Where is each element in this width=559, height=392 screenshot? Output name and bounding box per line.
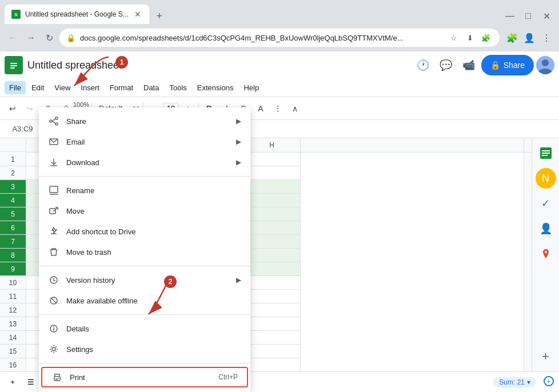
print-icon	[51, 371, 63, 383]
menu-item-settings[interactable]: Settings	[39, 339, 250, 359]
cell-12-4[interactable]	[243, 303, 301, 317]
maximize-button[interactable]: □	[520, 8, 536, 24]
scrollbar-corner	[524, 138, 532, 153]
address-bar[interactable]: 🔒 docs.google.com/spreadsheets/d/1cd6C3s…	[59, 29, 500, 47]
sidebar-add-button[interactable]: +	[536, 346, 556, 367]
sidebar-icon-sheets[interactable]	[536, 143, 556, 163]
menu-item-share[interactable]: Share ▶	[39, 111, 250, 131]
cell-15-4[interactable]	[243, 345, 301, 358]
extensions-button[interactable]: 🧩	[504, 30, 520, 46]
menu-item-rename[interactable]: Rename	[39, 180, 250, 201]
menu-extensions[interactable]: Extensions	[193, 81, 238, 94]
sheets-title[interactable]: Untitled spreadsheet	[27, 59, 408, 71]
collapse-toolbar[interactable]: ∧	[287, 101, 303, 117]
cell-9-4[interactable]	[243, 262, 301, 276]
more-formats-button[interactable]: ⋮	[270, 101, 286, 117]
sheets-header: Untitled spreadsheet 🕐 💬 📹 🔒 Share	[0, 51, 559, 79]
back-button[interactable]: ←	[5, 30, 21, 46]
svg-line-18	[52, 119, 55, 121]
menu-item-trash[interactable]: Move to trash	[39, 242, 250, 262]
history-icon[interactable]: 🕐	[413, 55, 433, 75]
profile-button[interactable]: 👤	[521, 30, 537, 46]
menu-insert[interactable]: Insert	[76, 81, 104, 94]
svg-rect-12	[542, 155, 548, 156]
rename-label: Rename	[66, 186, 241, 195]
share-icon	[48, 115, 59, 127]
cell-6-4[interactable]	[243, 221, 301, 235]
menu-data[interactable]: Data	[139, 81, 163, 94]
sheets-menu-button[interactable]: ☰	[23, 374, 39, 390]
tab-close-button[interactable]: ✕	[133, 10, 142, 19]
meet-icon[interactable]: 📹	[458, 55, 479, 75]
row-15: 15	[0, 345, 26, 358]
reload-button[interactable]: ↻	[41, 30, 57, 46]
cell-8-4[interactable]	[243, 249, 301, 262]
share-label: Share	[66, 117, 229, 126]
sum-chip[interactable]: Sum: 21 ▾	[493, 377, 536, 387]
vertical-scrollbar[interactable]	[524, 153, 532, 371]
redo-button[interactable]: ↪	[22, 101, 38, 117]
history-icon	[48, 274, 59, 286]
row-10: 10	[0, 276, 26, 290]
cell-11-4[interactable]	[243, 290, 301, 303]
add-sheet-button[interactable]: +	[5, 374, 21, 390]
more-button[interactable]: ⋮	[538, 30, 554, 46]
menu-format[interactable]: Format	[105, 81, 138, 94]
menu-item-details[interactable]: Details	[39, 318, 250, 339]
sidebar-icon-people[interactable]: 👤	[536, 218, 556, 239]
sum-label: Sum: 21	[499, 378, 525, 386]
row-5: 5	[0, 207, 26, 221]
cell-7-4[interactable]	[243, 235, 301, 249]
menu-help[interactable]: Help	[239, 81, 263, 94]
row-11: 11	[0, 290, 26, 303]
svg-text:S: S	[14, 12, 18, 17]
menu-item-print[interactable]: Print Ctrl+P	[41, 367, 248, 387]
cell-4-4[interactable]	[243, 194, 301, 207]
undo-button[interactable]: ↩	[5, 101, 21, 117]
email-icon	[48, 136, 59, 147]
new-tab-button[interactable]: +	[151, 8, 167, 24]
download-icon[interactable]: ⬇	[463, 31, 477, 45]
row-1: 1	[0, 153, 26, 166]
menu-item-offline[interactable]: Make available offline	[39, 290, 250, 311]
menu-item-email[interactable]: Email ▶	[39, 131, 250, 152]
cell-2-4[interactable]	[243, 166, 301, 180]
forward-button[interactable]: →	[23, 30, 39, 46]
explore-button[interactable]: +	[543, 375, 554, 389]
cell-13-4[interactable]	[243, 317, 301, 331]
svg-rect-35	[55, 379, 58, 380]
menu-file[interactable]: File	[5, 81, 26, 94]
row-14: 14	[0, 331, 26, 345]
sidebar-icon-tasks[interactable]: ✓	[536, 193, 556, 214]
menu-view[interactable]: View	[50, 81, 75, 94]
svg-point-32	[52, 347, 55, 351]
browser-chrome: S Untitled spreadsheet - Google S... ✕ +…	[0, 0, 559, 51]
settings-label: Settings	[66, 345, 241, 354]
cell-5-4[interactable]	[243, 207, 301, 221]
move-label: Move	[66, 207, 241, 215]
text-color-button[interactable]: A	[253, 101, 269, 117]
share-button[interactable]: 🔒 Share	[481, 55, 534, 75]
menu-item-add-shortcut[interactable]: Add shortcut to Drive	[39, 221, 250, 242]
menu-tools[interactable]: Tools	[165, 81, 191, 94]
menu-item-move[interactable]: Move	[39, 201, 250, 221]
sidebar-icon-yellow[interactable]: N	[536, 168, 556, 189]
cell-10-4[interactable]	[243, 276, 301, 290]
cell-1-4[interactable]	[243, 153, 301, 166]
cell-16-4[interactable]	[243, 358, 301, 371]
extension-icon[interactable]: 🧩	[479, 31, 493, 45]
menu-edit[interactable]: Edit	[27, 81, 49, 94]
minimize-button[interactable]: —	[502, 8, 518, 24]
cell-14-4[interactable]	[243, 331, 301, 345]
user-avatar[interactable]	[536, 56, 554, 74]
close-button[interactable]: ✕	[538, 8, 554, 24]
cell-3-4[interactable]	[243, 180, 301, 194]
bookmark-icon[interactable]: ☆	[447, 31, 461, 45]
row-8: 8	[0, 249, 26, 262]
offline-label: Make available offline	[66, 297, 241, 305]
active-tab[interactable]: S Untitled spreadsheet - Google S... ✕	[5, 5, 149, 24]
sidebar-icon-maps[interactable]	[536, 243, 556, 264]
menu-item-version-history[interactable]: Version history ▶	[39, 270, 250, 290]
comment-icon[interactable]: 💬	[436, 55, 456, 75]
menu-item-download[interactable]: Download ▶	[39, 152, 250, 173]
